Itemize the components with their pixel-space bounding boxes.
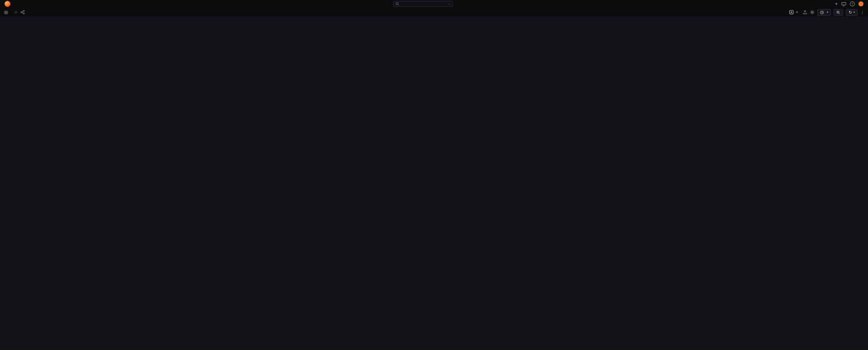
refresh-button[interactable]: ↻ ▾ bbox=[846, 9, 858, 16]
clock-icon bbox=[820, 10, 824, 15]
export-icon[interactable] bbox=[803, 10, 807, 15]
dashboard-controls bbox=[0, 17, 868, 31]
favorite-star-icon[interactable]: ☆ bbox=[14, 10, 18, 15]
main-topbar: + ? bbox=[0, 0, 868, 8]
kebab-menu-icon[interactable]: ⋮ bbox=[860, 10, 864, 15]
share-icon[interactable] bbox=[20, 10, 25, 15]
monitor-icon[interactable] bbox=[841, 2, 846, 6]
zoom-out-button[interactable] bbox=[834, 9, 843, 16]
time-range-picker[interactable]: ▾ bbox=[817, 9, 831, 16]
chevron-down-icon: ▾ bbox=[796, 10, 798, 14]
zoom-out-icon bbox=[836, 10, 840, 15]
plus-icon[interactable]: + bbox=[835, 1, 838, 6]
search-icon bbox=[395, 2, 399, 6]
chevron-down-icon: ▾ bbox=[853, 10, 855, 14]
help-icon[interactable]: ? bbox=[850, 1, 855, 6]
refresh-icon: ↻ bbox=[849, 10, 852, 15]
add-button[interactable]: ▾ bbox=[787, 9, 800, 16]
menu-icon[interactable] bbox=[4, 10, 9, 15]
settings-gear-icon[interactable] bbox=[810, 10, 815, 15]
search-shortcut-badge bbox=[448, 4, 451, 5]
chevron-down-icon: ▾ bbox=[827, 10, 828, 14]
dashboard-canvas bbox=[0, 31, 868, 32]
dashboard-nav-row: ☆ ▾ ▾ ↻ ▾ ⋮ bbox=[0, 8, 868, 17]
search-input[interactable] bbox=[393, 1, 453, 7]
grafana-logo[interactable] bbox=[5, 1, 10, 7]
avatar[interactable] bbox=[858, 1, 863, 6]
panel-add-icon bbox=[789, 10, 794, 15]
